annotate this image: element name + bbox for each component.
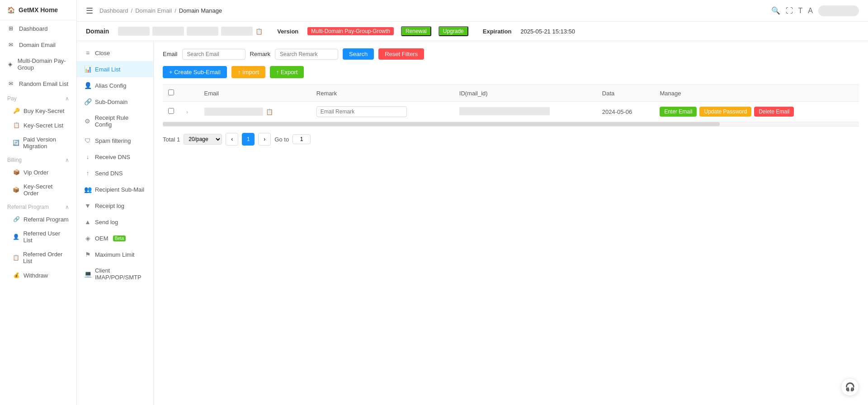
sub-sidebar-label-receipt-log: Receipt log <box>95 202 124 209</box>
manage-cell-content: Enter Email Update Password Delete Email <box>660 107 854 117</box>
sub-sidebar-item-maximum-limit[interactable]: ⚑ Maximum Limit <box>77 246 153 263</box>
table-wrapper: Email Remark ID(mail_id) Data Manage <box>163 85 859 127</box>
table-header-manage: Manage <box>654 85 859 102</box>
sub-sidebar-item-receive-dns[interactable]: ↓ Receive DNS <box>77 149 153 165</box>
search-button[interactable]: Search <box>343 48 374 60</box>
copy-domain-icon[interactable]: 📋 <box>255 28 263 35</box>
next-page-button[interactable]: › <box>258 133 271 146</box>
sidebar-label-dashboard: Dashboard <box>19 25 48 32</box>
sub-domain-icon: 🔗 <box>84 98 91 105</box>
email-date: 2024-05-06 <box>602 108 632 115</box>
dashboard-icon: ⊞ <box>7 25 14 32</box>
sub-sidebar-item-receipt-log[interactable]: ▼ Receipt log <box>77 198 153 214</box>
remark-search-input[interactable] <box>275 49 338 60</box>
email-table: Email Remark ID(mail_id) Data Manage <box>163 85 859 122</box>
goto-page-input[interactable] <box>292 134 311 144</box>
sub-sidebar-item-alias-config[interactable]: 👤 Alias Config <box>77 77 153 94</box>
pay-label: Pay <box>7 95 17 102</box>
renewal-button[interactable]: Renewal <box>401 26 431 36</box>
sub-sidebar-label-client-imap: Client IMAP/POP/SMTP <box>95 267 146 281</box>
horizontal-scrollbar[interactable] <box>163 122 859 127</box>
select-all-checkbox[interactable] <box>168 89 174 95</box>
breadcrumb-dashboard[interactable]: Dashboard <box>99 7 128 14</box>
main-area: ☰ Dashboard / Domain Email / Domain Mana… <box>77 0 868 405</box>
list-icon: 📋 <box>13 122 20 129</box>
hamburger-icon[interactable]: ☰ <box>86 6 93 16</box>
sidebar-label-referred-order-list: Referred Order List <box>23 251 69 264</box>
topbar: ☰ Dashboard / Domain Email / Domain Mana… <box>77 0 868 22</box>
sidebar-item-paid-version[interactable]: 🔄 Paid Version Migration <box>0 132 76 153</box>
page-size-select[interactable]: 20/page 50/page 100/page <box>184 134 222 145</box>
sub-sidebar-item-send-log[interactable]: ▲ Send log <box>77 214 153 230</box>
domain-pill-4 <box>221 27 253 36</box>
copy-email-icon[interactable]: 📋 <box>266 108 273 115</box>
sub-sidebar-item-send-dns[interactable]: ↑ Send DNS <box>77 165 153 181</box>
update-password-button[interactable]: Update Password <box>699 107 751 117</box>
sidebar-item-buy-key-secret[interactable]: 🔑 Buy Key-Secret <box>0 104 76 118</box>
sub-sidebar-item-receipt-rule[interactable]: ⚙ Receipt Rule Config <box>77 110 153 132</box>
sub-sidebar: ≡ Close 📊 Email List 👤 Alias Config 🔗 Su… <box>77 41 154 405</box>
sidebar-item-key-secret-order[interactable]: 📦 Key-Secret Order <box>0 179 76 200</box>
send-log-icon: ▲ <box>84 218 91 226</box>
user-avatar[interactable] <box>818 5 859 16</box>
sidebar-item-vip-order[interactable]: 📦 Vip Order <box>0 165 76 179</box>
sidebar-item-multi-domain[interactable]: ◈ Multi-Domain Pay-Group <box>0 53 76 75</box>
fullscreen-icon[interactable]: ⛶ <box>786 7 793 15</box>
sub-sidebar-item-oem[interactable]: ◈ OEM Beta <box>77 230 153 246</box>
sidebar-item-random-email[interactable]: ✉ Random Email List <box>0 75 76 92</box>
content-area: ≡ Close 📊 Email List 👤 Alias Config 🔗 Su… <box>77 41 868 405</box>
headset-icon: 🎧 <box>845 382 855 392</box>
sidebar-label-random-email: Random Email List <box>19 80 68 87</box>
delete-email-button[interactable]: Delete Email <box>754 107 794 117</box>
search-icon[interactable]: 🔍 <box>771 6 780 15</box>
sidebar-item-withdraw[interactable]: 💰 Withdraw <box>0 268 76 283</box>
sidebar-label-referral-program: Referral Program <box>24 216 69 223</box>
version-badge: Multi-Domain Pay-Group-Growth <box>307 27 394 35</box>
enter-email-button[interactable]: Enter Email <box>660 107 697 117</box>
upgrade-button[interactable]: Upgrade <box>439 26 468 36</box>
sidebar-item-referral-program[interactable]: 🔗 Referral Program <box>0 212 76 226</box>
reset-filters-button[interactable]: Reset Filters <box>378 48 424 60</box>
app-logo[interactable]: 🏠 GetMX Home <box>0 0 76 20</box>
sub-sidebar-item-client-imap[interactable]: 💻 Client IMAP/POP/SMTP <box>77 263 153 285</box>
sidebar-item-dashboard[interactable]: ⊞ Dashboard <box>0 20 76 37</box>
accessibility-icon[interactable]: A <box>808 7 813 15</box>
sub-sidebar-item-recipient-sub-mail[interactable]: 👥 Recipient Sub-Mail <box>77 181 153 198</box>
sidebar-section-billing[interactable]: Billing ∧ <box>0 153 76 165</box>
sub-sidebar-item-sub-domain[interactable]: 🔗 Sub-Domain <box>77 94 153 110</box>
sidebar-section-referral[interactable]: Referral Program ∧ <box>0 200 76 212</box>
domain-bar: Domain 📋 Version Multi-Domain Pay-Group-… <box>77 22 868 41</box>
client-imap-icon: 💻 <box>84 270 91 278</box>
sub-sidebar-label-oem: OEM <box>95 235 108 242</box>
import-button[interactable]: ↑ Import <box>231 66 265 78</box>
email-blurred-value <box>204 108 263 116</box>
recipient-icon: 👥 <box>84 186 91 193</box>
sidebar-section-pay[interactable]: Pay ∧ <box>0 92 76 104</box>
create-sub-email-button[interactable]: + Create Sub-Email <box>163 66 227 78</box>
send-dns-icon: ↑ <box>84 170 91 177</box>
sub-sidebar-item-spam-filtering[interactable]: 🛡 Spam filtering <box>77 132 153 149</box>
topbar-right: 🔍 ⛶ T A <box>771 5 859 16</box>
sidebar-label-referred-user-list: Referred User List <box>23 230 69 244</box>
sidebar-item-referred-user-list[interactable]: 👤 Referred User List <box>0 226 76 247</box>
breadcrumb-domain-email[interactable]: Domain Email <box>135 7 172 14</box>
row-id-cell <box>454 102 597 122</box>
sidebar-item-domain-email[interactable]: ✉ Domain Email <box>0 37 76 53</box>
export-button[interactable]: ↑ Export <box>270 66 304 78</box>
email-search-input[interactable] <box>182 49 245 60</box>
sidebar-item-key-secret-list[interactable]: 📋 Key-Secret List <box>0 118 76 132</box>
sub-sidebar-item-email-list[interactable]: 📊 Email List <box>77 61 153 77</box>
current-page-button[interactable]: 1 <box>242 133 255 146</box>
support-bubble[interactable]: 🎧 <box>841 378 859 396</box>
expand-row-button[interactable]: › <box>186 109 188 115</box>
expiration-label: Expiration <box>483 28 512 35</box>
prev-page-button[interactable]: ‹ <box>226 133 238 146</box>
withdraw-icon: 💰 <box>13 272 20 279</box>
sidebar-item-referred-order-list[interactable]: 📋 Referred Order List <box>0 247 76 268</box>
font-size-icon[interactable]: T <box>798 7 803 15</box>
sub-sidebar-item-close[interactable]: ≡ Close <box>77 45 153 61</box>
email-remark-input[interactable] <box>316 106 407 117</box>
row-checkbox[interactable] <box>168 108 174 114</box>
table-header-expand <box>181 85 199 102</box>
sidebar-label-multi-domain: Multi-Domain Pay-Group <box>18 57 69 71</box>
